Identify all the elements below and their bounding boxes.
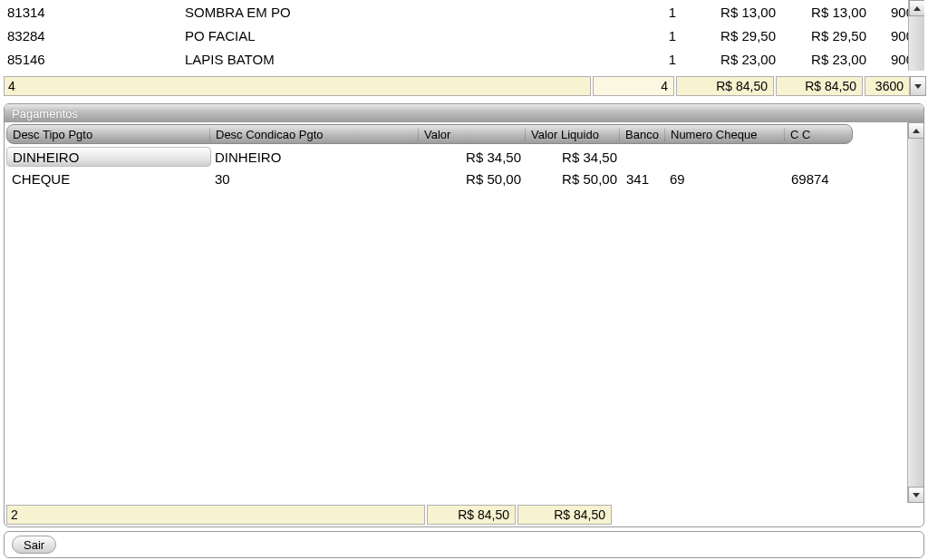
product-code: 85146 bbox=[7, 52, 185, 67]
payments-summary-bar: 2 R$ 84,50 R$ 84,50 bbox=[6, 505, 922, 525]
product-row[interactable]: 83284 PO FACIAL 1 R$ 29,50 R$ 29,50 900 bbox=[4, 24, 924, 47]
payments-col-cheque[interactable]: Numero Cheque bbox=[665, 128, 785, 141]
chevron-down-icon bbox=[914, 84, 922, 89]
payment-row[interactable]: CHEQUE 30 R$ 50,00 R$ 50,00 341 69 69874 bbox=[5, 168, 907, 189]
payment-cheque: 69 bbox=[666, 171, 788, 187]
products-scrollbar[interactable] bbox=[908, 0, 924, 71]
product-row[interactable]: 85146 LAPIS BATOM 1 R$ 23,00 R$ 23,00 90… bbox=[4, 47, 924, 71]
payments-summary-count: 2 bbox=[6, 505, 425, 525]
product-qty: 1 bbox=[643, 28, 682, 43]
product-total: R$ 13,00 bbox=[781, 5, 872, 20]
scroll-up-button[interactable] bbox=[909, 0, 924, 16]
product-desc: LAPIS BATOM bbox=[185, 52, 643, 67]
payment-liq: R$ 50,00 bbox=[528, 171, 623, 187]
products-summary-qty: 4 bbox=[593, 76, 674, 96]
payment-valor: R$ 50,00 bbox=[421, 171, 528, 187]
chevron-up-icon bbox=[914, 6, 921, 11]
products-summary-bar: 4 4 R$ 84,50 R$ 84,50 3600 bbox=[4, 76, 924, 96]
product-price: R$ 13,00 bbox=[682, 5, 781, 20]
products-table-body: 81314 SOMBRA EM PO 1 R$ 13,00 R$ 13,00 9… bbox=[4, 0, 924, 71]
scroll-down-button[interactable] bbox=[910, 76, 926, 96]
bottom-toolbar: Sair bbox=[4, 531, 924, 558]
products-summary-count: 4 bbox=[4, 76, 591, 96]
product-qty: 1 bbox=[643, 5, 682, 20]
product-row[interactable]: 81314 SOMBRA EM PO 1 R$ 13,00 R$ 13,00 9… bbox=[4, 0, 924, 24]
product-total: R$ 23,00 bbox=[781, 52, 872, 67]
product-code: 81314 bbox=[7, 5, 185, 20]
payments-summary-val2: R$ 84,50 bbox=[517, 505, 612, 525]
scroll-up-button[interactable] bbox=[908, 122, 924, 139]
payments-col-tipo[interactable]: Desc Tipo Pgto bbox=[7, 128, 210, 141]
product-desc: SOMBRA EM PO bbox=[185, 5, 643, 20]
payments-scrollbar[interactable] bbox=[907, 122, 923, 503]
product-total: R$ 29,50 bbox=[781, 28, 872, 43]
chevron-up-icon bbox=[913, 129, 920, 133]
products-summary-pts: 3600 bbox=[865, 76, 910, 96]
payments-panel: Pagamentos Desc Tipo Pgto Desc Condicao … bbox=[4, 103, 924, 527]
chevron-down-icon bbox=[913, 493, 920, 497]
payment-banco: 341 bbox=[623, 171, 666, 187]
product-price: R$ 23,00 bbox=[682, 52, 781, 67]
product-qty: 1 bbox=[643, 52, 682, 67]
payments-col-valor[interactable]: Valor bbox=[419, 128, 526, 141]
products-summary-val1: R$ 84,50 bbox=[676, 76, 774, 96]
product-code: 83284 bbox=[7, 28, 185, 43]
product-price: R$ 29,50 bbox=[682, 28, 781, 43]
payments-col-liq[interactable]: Valor Liquido bbox=[526, 128, 620, 141]
payments-col-cc[interactable]: C C bbox=[785, 128, 852, 141]
products-summary-val2: R$ 84,50 bbox=[776, 76, 863, 96]
payment-valor: R$ 34,50 bbox=[421, 150, 528, 165]
payment-cond: DINHEIRO bbox=[211, 150, 421, 165]
payment-cc: 69874 bbox=[788, 171, 907, 187]
payment-row[interactable]: DINHEIRO DINHEIRO R$ 34,50 R$ 34,50 bbox=[5, 146, 907, 168]
payments-col-cond[interactable]: Desc Condicao Pgto bbox=[210, 128, 419, 141]
payment-cond: 30 bbox=[211, 171, 421, 187]
payments-title: Pagamentos bbox=[5, 104, 923, 122]
payment-tipo: DINHEIRO bbox=[6, 147, 211, 167]
payment-liq: R$ 34,50 bbox=[528, 150, 623, 165]
scroll-down-button[interactable] bbox=[908, 487, 924, 503]
payments-header-row: Desc Tipo Pgto Desc Condicao Pgto Valor … bbox=[6, 124, 853, 144]
payment-tipo: CHEQUE bbox=[6, 171, 211, 187]
exit-button[interactable]: Sair bbox=[12, 536, 56, 554]
payments-col-banco[interactable]: Banco bbox=[620, 128, 665, 141]
payments-summary-val1: R$ 84,50 bbox=[427, 505, 516, 525]
product-desc: PO FACIAL bbox=[185, 28, 643, 43]
